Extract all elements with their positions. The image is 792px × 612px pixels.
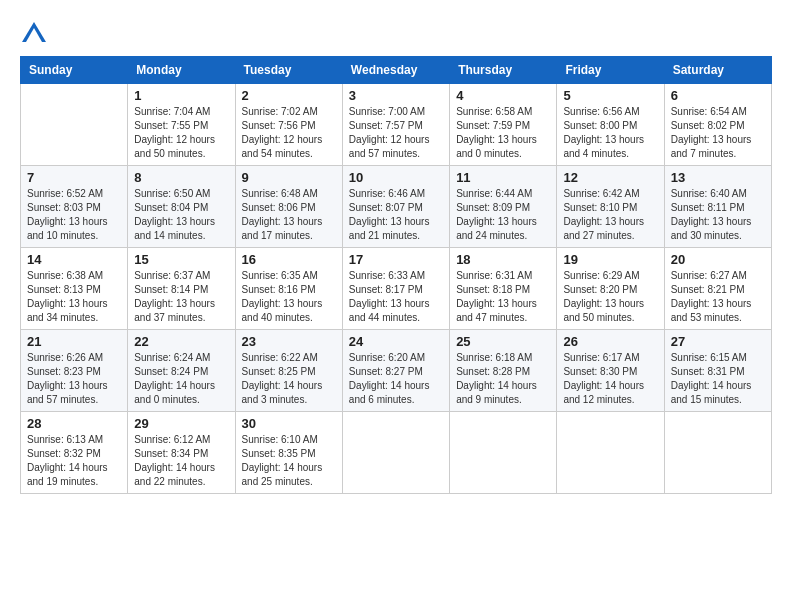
calendar-table: SundayMondayTuesdayWednesdayThursdayFrid… <box>20 56 772 494</box>
logo-icon <box>20 20 48 48</box>
calendar-cell <box>557 412 664 494</box>
calendar-header-saturday: Saturday <box>664 57 771 84</box>
day-info: Sunrise: 6:38 AM Sunset: 8:13 PM Dayligh… <box>27 269 121 325</box>
calendar-header-thursday: Thursday <box>450 57 557 84</box>
day-info: Sunrise: 6:22 AM Sunset: 8:25 PM Dayligh… <box>242 351 336 407</box>
day-info: Sunrise: 6:12 AM Sunset: 8:34 PM Dayligh… <box>134 433 228 489</box>
day-info: Sunrise: 6:33 AM Sunset: 8:17 PM Dayligh… <box>349 269 443 325</box>
day-number: 21 <box>27 334 121 349</box>
day-info: Sunrise: 6:13 AM Sunset: 8:32 PM Dayligh… <box>27 433 121 489</box>
day-info: Sunrise: 6:37 AM Sunset: 8:14 PM Dayligh… <box>134 269 228 325</box>
calendar-week-5: 28Sunrise: 6:13 AM Sunset: 8:32 PM Dayli… <box>21 412 772 494</box>
calendar-week-3: 14Sunrise: 6:38 AM Sunset: 8:13 PM Dayli… <box>21 248 772 330</box>
calendar-cell: 14Sunrise: 6:38 AM Sunset: 8:13 PM Dayli… <box>21 248 128 330</box>
day-number: 7 <box>27 170 121 185</box>
calendar-cell: 15Sunrise: 6:37 AM Sunset: 8:14 PM Dayli… <box>128 248 235 330</box>
day-info: Sunrise: 6:50 AM Sunset: 8:04 PM Dayligh… <box>134 187 228 243</box>
day-info: Sunrise: 7:00 AM Sunset: 7:57 PM Dayligh… <box>349 105 443 161</box>
calendar-cell: 17Sunrise: 6:33 AM Sunset: 8:17 PM Dayli… <box>342 248 449 330</box>
day-number: 26 <box>563 334 657 349</box>
calendar-cell: 5Sunrise: 6:56 AM Sunset: 8:00 PM Daylig… <box>557 84 664 166</box>
day-info: Sunrise: 7:02 AM Sunset: 7:56 PM Dayligh… <box>242 105 336 161</box>
day-number: 5 <box>563 88 657 103</box>
day-info: Sunrise: 6:18 AM Sunset: 8:28 PM Dayligh… <box>456 351 550 407</box>
day-info: Sunrise: 6:10 AM Sunset: 8:35 PM Dayligh… <box>242 433 336 489</box>
calendar-cell: 20Sunrise: 6:27 AM Sunset: 8:21 PM Dayli… <box>664 248 771 330</box>
day-info: Sunrise: 6:31 AM Sunset: 8:18 PM Dayligh… <box>456 269 550 325</box>
calendar-cell: 2Sunrise: 7:02 AM Sunset: 7:56 PM Daylig… <box>235 84 342 166</box>
calendar-cell: 12Sunrise: 6:42 AM Sunset: 8:10 PM Dayli… <box>557 166 664 248</box>
calendar-header-wednesday: Wednesday <box>342 57 449 84</box>
calendar-cell: 19Sunrise: 6:29 AM Sunset: 8:20 PM Dayli… <box>557 248 664 330</box>
day-info: Sunrise: 6:29 AM Sunset: 8:20 PM Dayligh… <box>563 269 657 325</box>
day-info: Sunrise: 6:24 AM Sunset: 8:24 PM Dayligh… <box>134 351 228 407</box>
day-number: 1 <box>134 88 228 103</box>
calendar-cell <box>21 84 128 166</box>
day-number: 24 <box>349 334 443 349</box>
day-number: 12 <box>563 170 657 185</box>
day-number: 13 <box>671 170 765 185</box>
day-number: 16 <box>242 252 336 267</box>
day-info: Sunrise: 6:27 AM Sunset: 8:21 PM Dayligh… <box>671 269 765 325</box>
day-number: 23 <box>242 334 336 349</box>
calendar-cell: 9Sunrise: 6:48 AM Sunset: 8:06 PM Daylig… <box>235 166 342 248</box>
day-info: Sunrise: 6:54 AM Sunset: 8:02 PM Dayligh… <box>671 105 765 161</box>
day-number: 15 <box>134 252 228 267</box>
day-number: 20 <box>671 252 765 267</box>
calendar-cell <box>450 412 557 494</box>
calendar-header-monday: Monday <box>128 57 235 84</box>
calendar-cell: 22Sunrise: 6:24 AM Sunset: 8:24 PM Dayli… <box>128 330 235 412</box>
day-info: Sunrise: 6:52 AM Sunset: 8:03 PM Dayligh… <box>27 187 121 243</box>
calendar-cell: 8Sunrise: 6:50 AM Sunset: 8:04 PM Daylig… <box>128 166 235 248</box>
calendar-cell: 27Sunrise: 6:15 AM Sunset: 8:31 PM Dayli… <box>664 330 771 412</box>
calendar-cell: 1Sunrise: 7:04 AM Sunset: 7:55 PM Daylig… <box>128 84 235 166</box>
calendar-cell: 23Sunrise: 6:22 AM Sunset: 8:25 PM Dayli… <box>235 330 342 412</box>
calendar-header-friday: Friday <box>557 57 664 84</box>
day-number: 14 <box>27 252 121 267</box>
calendar-cell: 18Sunrise: 6:31 AM Sunset: 8:18 PM Dayli… <box>450 248 557 330</box>
day-info: Sunrise: 7:04 AM Sunset: 7:55 PM Dayligh… <box>134 105 228 161</box>
calendar-cell: 10Sunrise: 6:46 AM Sunset: 8:07 PM Dayli… <box>342 166 449 248</box>
calendar-header-row: SundayMondayTuesdayWednesdayThursdayFrid… <box>21 57 772 84</box>
calendar-cell: 26Sunrise: 6:17 AM Sunset: 8:30 PM Dayli… <box>557 330 664 412</box>
day-number: 27 <box>671 334 765 349</box>
day-number: 22 <box>134 334 228 349</box>
calendar-cell: 13Sunrise: 6:40 AM Sunset: 8:11 PM Dayli… <box>664 166 771 248</box>
day-info: Sunrise: 6:56 AM Sunset: 8:00 PM Dayligh… <box>563 105 657 161</box>
day-number: 4 <box>456 88 550 103</box>
calendar-week-1: 1Sunrise: 7:04 AM Sunset: 7:55 PM Daylig… <box>21 84 772 166</box>
calendar-cell: 28Sunrise: 6:13 AM Sunset: 8:32 PM Dayli… <box>21 412 128 494</box>
day-number: 18 <box>456 252 550 267</box>
page-header <box>20 20 772 48</box>
day-number: 29 <box>134 416 228 431</box>
day-info: Sunrise: 6:26 AM Sunset: 8:23 PM Dayligh… <box>27 351 121 407</box>
calendar-cell: 21Sunrise: 6:26 AM Sunset: 8:23 PM Dayli… <box>21 330 128 412</box>
day-number: 9 <box>242 170 336 185</box>
logo <box>20 20 50 48</box>
day-number: 6 <box>671 88 765 103</box>
day-number: 10 <box>349 170 443 185</box>
day-number: 2 <box>242 88 336 103</box>
day-info: Sunrise: 6:44 AM Sunset: 8:09 PM Dayligh… <box>456 187 550 243</box>
day-number: 8 <box>134 170 228 185</box>
day-info: Sunrise: 6:58 AM Sunset: 7:59 PM Dayligh… <box>456 105 550 161</box>
day-info: Sunrise: 6:48 AM Sunset: 8:06 PM Dayligh… <box>242 187 336 243</box>
calendar-cell: 24Sunrise: 6:20 AM Sunset: 8:27 PM Dayli… <box>342 330 449 412</box>
day-info: Sunrise: 6:42 AM Sunset: 8:10 PM Dayligh… <box>563 187 657 243</box>
calendar-cell: 25Sunrise: 6:18 AM Sunset: 8:28 PM Dayli… <box>450 330 557 412</box>
day-number: 30 <box>242 416 336 431</box>
calendar-header-sunday: Sunday <box>21 57 128 84</box>
calendar-cell: 11Sunrise: 6:44 AM Sunset: 8:09 PM Dayli… <box>450 166 557 248</box>
day-number: 17 <box>349 252 443 267</box>
day-info: Sunrise: 6:46 AM Sunset: 8:07 PM Dayligh… <box>349 187 443 243</box>
day-info: Sunrise: 6:35 AM Sunset: 8:16 PM Dayligh… <box>242 269 336 325</box>
day-info: Sunrise: 6:15 AM Sunset: 8:31 PM Dayligh… <box>671 351 765 407</box>
calendar-header-tuesday: Tuesday <box>235 57 342 84</box>
day-info: Sunrise: 6:40 AM Sunset: 8:11 PM Dayligh… <box>671 187 765 243</box>
day-info: Sunrise: 6:20 AM Sunset: 8:27 PM Dayligh… <box>349 351 443 407</box>
calendar-cell: 7Sunrise: 6:52 AM Sunset: 8:03 PM Daylig… <box>21 166 128 248</box>
calendar-week-2: 7Sunrise: 6:52 AM Sunset: 8:03 PM Daylig… <box>21 166 772 248</box>
day-number: 28 <box>27 416 121 431</box>
calendar-cell: 3Sunrise: 7:00 AM Sunset: 7:57 PM Daylig… <box>342 84 449 166</box>
calendar-cell: 4Sunrise: 6:58 AM Sunset: 7:59 PM Daylig… <box>450 84 557 166</box>
